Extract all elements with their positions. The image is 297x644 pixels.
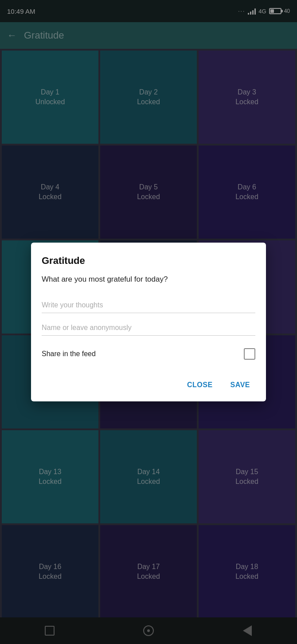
name-input[interactable] xyxy=(42,320,255,336)
dialog-actions: CLOSE SAVE xyxy=(42,377,255,393)
close-button[interactable]: CLOSE xyxy=(182,377,218,393)
dialog-question: What are you most grateful for today? xyxy=(42,274,255,285)
thoughts-input[interactable] xyxy=(42,298,255,313)
dialog-overlay: Gratitude What are you most grateful for… xyxy=(0,0,297,644)
share-label: Share in the feed xyxy=(42,350,96,358)
gratitude-dialog: Gratitude What are you most grateful for… xyxy=(31,243,266,401)
save-button[interactable]: SAVE xyxy=(225,377,255,393)
share-checkbox[interactable] xyxy=(244,348,255,360)
share-row: Share in the feed xyxy=(42,348,255,360)
dialog-title: Gratitude xyxy=(42,255,255,267)
